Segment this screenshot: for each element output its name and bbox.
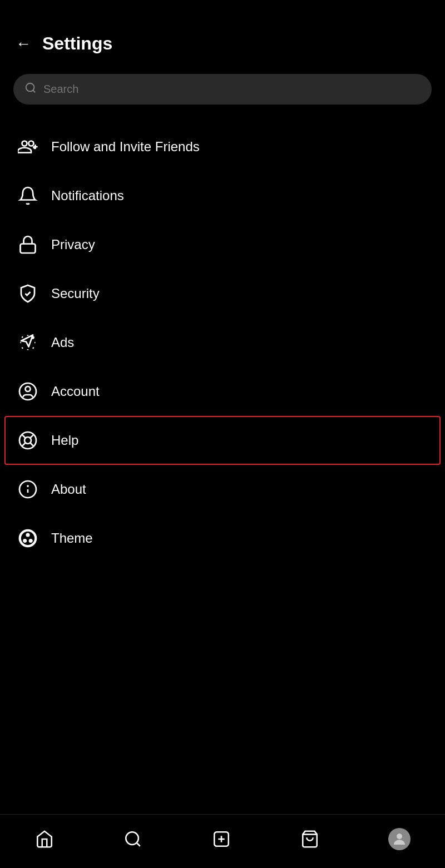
menu-item-help[interactable]: Help [4, 416, 441, 465]
info-icon [16, 477, 40, 502]
nav-create[interactable] [202, 825, 240, 854]
bell-icon [16, 183, 40, 208]
nav-home[interactable] [26, 825, 63, 854]
svg-line-12 [30, 434, 33, 438]
bottom-navigation [0, 814, 445, 868]
svg-point-19 [24, 539, 27, 542]
svg-rect-4 [21, 244, 36, 254]
svg-point-9 [24, 437, 31, 444]
svg-point-21 [126, 832, 139, 845]
theme-icon [16, 526, 40, 550]
page-header: ← Settings [0, 0, 445, 65]
svg-line-22 [136, 843, 140, 846]
menu-label-ads: Ads [51, 335, 74, 350]
menu-label-about: About [51, 482, 86, 497]
menu-label-theme: Theme [51, 530, 93, 546]
shop-icon [300, 829, 320, 849]
menu-label-account: Account [51, 384, 100, 399]
search-icon [24, 82, 37, 97]
svg-point-18 [27, 534, 29, 537]
back-icon: ← [16, 36, 31, 52]
svg-line-10 [22, 434, 25, 438]
svg-line-1 [33, 90, 35, 92]
lock-icon [16, 232, 40, 257]
nav-shop[interactable] [291, 825, 329, 854]
menu-label-follow: Follow and Invite Friends [51, 139, 200, 155]
search-container [0, 65, 445, 118]
menu-label-notifications: Notifications [51, 188, 124, 204]
nav-profile[interactable] [379, 824, 419, 855]
back-button[interactable]: ← [13, 34, 33, 54]
menu-item-security[interactable]: Security [0, 269, 445, 318]
svg-point-20 [29, 539, 32, 542]
nav-search[interactable] [114, 825, 152, 854]
svg-point-5 [32, 337, 34, 339]
profile-avatar [388, 828, 411, 850]
menu-item-about[interactable]: About [0, 465, 445, 514]
menu-label-privacy: Privacy [51, 237, 95, 252]
menu-item-ads[interactable]: Ads [0, 318, 445, 367]
menu-item-account[interactable]: Account [0, 367, 445, 416]
menu-item-theme[interactable]: Theme [0, 514, 445, 563]
search-input[interactable] [43, 83, 421, 96]
svg-line-11 [30, 443, 33, 446]
help-icon [16, 428, 40, 453]
follow-icon [16, 135, 40, 159]
search-nav-icon [123, 829, 143, 849]
menu-item-privacy[interactable]: Privacy [0, 220, 445, 269]
page-title: Settings [42, 33, 112, 54]
svg-line-13 [22, 443, 25, 446]
ads-icon [16, 330, 40, 355]
search-bar[interactable] [13, 74, 432, 105]
home-icon [34, 829, 55, 849]
svg-point-0 [26, 83, 34, 92]
menu-item-follow-invite[interactable]: Follow and Invite Friends [0, 122, 445, 171]
menu-label-security: Security [51, 286, 100, 301]
account-icon [16, 379, 40, 404]
settings-menu: Follow and Invite Friends Notifications … [0, 118, 445, 567]
create-icon [211, 829, 231, 849]
svg-point-27 [397, 834, 402, 839]
menu-label-help: Help [51, 433, 78, 448]
shield-icon [16, 281, 40, 306]
menu-item-notifications[interactable]: Notifications [0, 171, 445, 220]
svg-point-7 [26, 386, 31, 391]
